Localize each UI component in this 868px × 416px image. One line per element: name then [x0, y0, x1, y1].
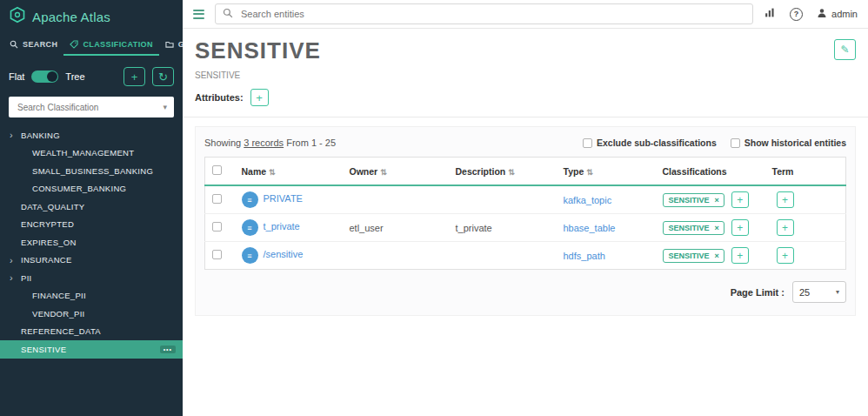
entity-name-link[interactable]: /sensitive: [264, 249, 304, 259]
tree-item-wealth-management[interactable]: WEALTH_MANAGEMENT: [0, 144, 183, 163]
panel-header: Showing 3 records From 1 - 25 Exclude su…: [204, 138, 846, 148]
tree-item-label: REFERENCE_DATA: [21, 326, 101, 336]
topbar: ? admin: [183, 0, 868, 29]
add-term-button[interactable]: +: [777, 219, 794, 236]
tree-item-insurance[interactable]: ›INSURANCE: [0, 252, 183, 270]
sort-icon[interactable]: ⇅: [508, 168, 515, 177]
header-type[interactable]: Type⇅: [557, 158, 656, 186]
tree-item-vendor-pii[interactable]: VENDOR_PII: [0, 305, 183, 323]
tree-item-finance-pii[interactable]: FINANCE_PII: [0, 287, 183, 305]
flat-tree-toggle[interactable]: [31, 70, 58, 83]
classification-tag[interactable]: SENSITIVE×: [663, 221, 724, 235]
tree-item-label: DATA_QUALITY: [21, 202, 84, 211]
header-name[interactable]: Name⇅: [235, 158, 343, 186]
header-description[interactable]: Description⇅: [449, 158, 557, 186]
select-all-checkbox[interactable]: [212, 165, 222, 175]
stats-icon[interactable]: [764, 6, 776, 22]
tree-item-banking[interactable]: ›BANKING: [0, 126, 183, 144]
add-classification-to-entity-button[interactable]: +: [731, 247, 749, 264]
tree-item-label: INSURANCE: [21, 255, 72, 265]
app-logo[interactable]: Apache Atlas: [0, 0, 183, 31]
row-checkbox[interactable]: [212, 194, 222, 204]
show-historical-entities-filter[interactable]: Show historical entities: [731, 138, 846, 148]
filter-label: Exclude sub-classifications: [597, 138, 717, 148]
header-owner[interactable]: Owner⇅: [343, 158, 449, 186]
tree-item-small-business-banking[interactable]: SMALL_BUSINESS_BANKING: [0, 162, 183, 180]
tree-item-sensitive[interactable]: SENSITIVE•••: [0, 340, 183, 359]
table-header-row: Name⇅ Owner⇅ Description⇅ Type⇅ Classifi…: [205, 158, 846, 186]
caret-down-icon[interactable]: ▾: [163, 103, 167, 111]
username: admin: [831, 9, 858, 19]
records-count-link[interactable]: 3 records: [244, 138, 284, 148]
entity-search-input[interactable]: [239, 8, 745, 20]
page-limit-value: 25: [799, 287, 810, 298]
exclude-subclassifications-filter[interactable]: Exclude sub-classifications: [583, 138, 717, 148]
entity-type-link[interactable]: hbase_table: [564, 223, 616, 233]
tree-item-encrypted[interactable]: ENCRYPTED: [0, 216, 183, 234]
description-cell: [449, 185, 557, 214]
tree-item-label: SENSITIVE: [21, 345, 66, 354]
hamburger-menu-icon[interactable]: [193, 10, 204, 19]
entities-panel: Showing 3 records From 1 - 25 Exclude su…: [195, 126, 856, 316]
item-options-menu-icon[interactable]: •••: [160, 346, 176, 353]
entity-type-link[interactable]: kafka_topic: [564, 195, 612, 205]
user-icon: [817, 8, 827, 20]
tree-expand-icon[interactable]: ›: [10, 272, 13, 283]
row-checkbox[interactable]: [212, 250, 222, 259]
help-icon[interactable]: ?: [790, 8, 803, 21]
app-root: Apache Atlas SEARCH CLASSIFICATION GLOSS…: [0, 0, 868, 416]
tag-icon: [70, 40, 78, 49]
remove-classification-icon[interactable]: ×: [715, 252, 719, 260]
row-checkbox[interactable]: [212, 222, 222, 231]
attributes-row: Attributes: +: [195, 89, 856, 106]
hdfs-path-icon: ≡: [242, 247, 258, 264]
edit-classification-button[interactable]: ✎: [834, 39, 856, 60]
remove-classification-icon[interactable]: ×: [715, 224, 719, 232]
entity-name-link[interactable]: t_private: [264, 221, 300, 231]
records-range: From 1 - 25: [286, 138, 336, 148]
add-term-button[interactable]: +: [777, 191, 794, 208]
sort-icon[interactable]: ⇅: [380, 168, 387, 177]
exclude-subclassifications-checkbox[interactable]: [583, 138, 592, 148]
user-menu[interactable]: admin: [817, 8, 858, 20]
tree-expand-icon[interactable]: ›: [10, 255, 13, 265]
add-classification-button[interactable]: +: [124, 67, 145, 86]
classification-tag[interactable]: SENSITIVE×: [663, 193, 724, 207]
tree-item-label: BANKING: [21, 131, 60, 140]
entity-type-link[interactable]: hdfs_path: [564, 251, 605, 261]
filter-label: Show historical entities: [744, 138, 846, 148]
tree-item-expires-on[interactable]: EXPIRES_ON: [0, 233, 183, 252]
classification-tag[interactable]: SENSITIVE×: [663, 249, 724, 263]
classification-search-input[interactable]: [16, 102, 163, 113]
sort-icon[interactable]: ⇅: [269, 168, 276, 177]
tab-search[interactable]: SEARCH: [3, 33, 63, 56]
sidebar-tabs: SEARCH CLASSIFICATION GLOSSARY: [0, 33, 183, 56]
classification-search-box: ▾: [9, 97, 174, 117]
description-cell: t_private: [449, 214, 557, 242]
show-historical-entities-checkbox[interactable]: [731, 138, 740, 148]
tab-classification[interactable]: CLASSIFICATION: [63, 33, 158, 56]
kafka-topic-icon: ≡: [242, 191, 258, 208]
remove-classification-icon[interactable]: ×: [715, 196, 719, 205]
refresh-button[interactable]: ↻: [152, 67, 174, 86]
add-classification-to-entity-button[interactable]: +: [731, 219, 749, 236]
table-row: ≡t_private etl_user t_private hbase_tabl…: [205, 214, 846, 242]
add-attribute-button[interactable]: +: [250, 89, 269, 106]
tree-item-pii[interactable]: ›PII: [0, 269, 183, 287]
tree-expand-icon[interactable]: ›: [10, 130, 13, 140]
add-classification-to-entity-button[interactable]: +: [731, 191, 749, 208]
add-term-button[interactable]: +: [777, 247, 794, 264]
tree-item-reference-data[interactable]: REFERENCE_DATA: [0, 323, 183, 341]
page-limit-select[interactable]: 25 ▾: [792, 281, 846, 303]
section-divider: [183, 117, 868, 117]
tree-item-label: FINANCE_PII: [32, 291, 86, 300]
tab-classification-label: CLASSIFICATION: [83, 40, 152, 49]
sort-icon[interactable]: ⇅: [586, 168, 593, 177]
tree-item-label: CONSUMER_BANKING: [32, 184, 126, 193]
tree-item-consumer-banking[interactable]: CONSUMER_BANKING: [0, 180, 183, 198]
page-title: SENSITIVE: [195, 37, 321, 64]
records-prefix: Showing: [204, 138, 241, 148]
tree-item-data-quality[interactable]: DATA_QUALITY: [0, 198, 183, 216]
entity-name-link[interactable]: PRIVATE: [264, 193, 303, 204]
tree-item-label: EXPIRES_ON: [21, 238, 77, 247]
